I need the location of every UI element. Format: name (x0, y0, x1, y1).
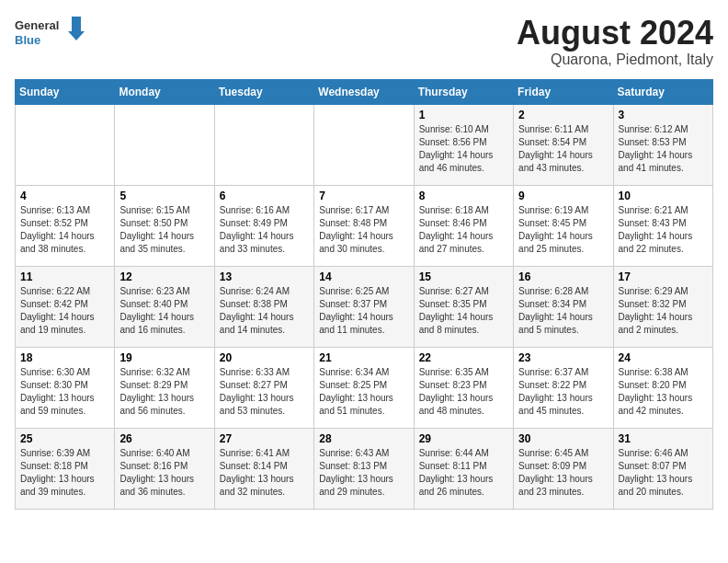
day-number: 4 (20, 190, 109, 202)
day-cell: 30Sunrise: 6:45 AM Sunset: 8:09 PM Dayli… (514, 428, 613, 509)
day-header-monday: Monday (115, 79, 214, 104)
day-info: Sunrise: 6:40 AM Sunset: 8:16 PM Dayligh… (119, 447, 209, 499)
day-cell: 18Sunrise: 6:30 AM Sunset: 8:30 PM Dayli… (16, 347, 115, 428)
day-number: 30 (518, 432, 608, 445)
week-row-4: 18Sunrise: 6:30 AM Sunset: 8:30 PM Dayli… (16, 347, 713, 428)
day-info: Sunrise: 6:15 AM Sunset: 8:50 PM Dayligh… (119, 204, 209, 256)
day-info: Sunrise: 6:27 AM Sunset: 8:35 PM Dayligh… (419, 285, 508, 337)
day-header-thursday: Thursday (414, 79, 513, 104)
day-cell (16, 104, 115, 185)
day-cell: 17Sunrise: 6:29 AM Sunset: 8:32 PM Dayli… (613, 266, 712, 347)
day-number: 23 (518, 351, 608, 364)
day-info: Sunrise: 6:18 AM Sunset: 8:46 PM Dayligh… (419, 204, 508, 256)
day-info: Sunrise: 6:35 AM Sunset: 8:23 PM Dayligh… (419, 366, 508, 418)
day-number: 8 (419, 190, 508, 202)
day-cell: 12Sunrise: 6:23 AM Sunset: 8:40 PM Dayli… (115, 266, 214, 347)
day-header-friday: Friday (514, 79, 613, 104)
day-cell: 28Sunrise: 6:43 AM Sunset: 8:13 PM Dayli… (314, 428, 414, 509)
day-number: 11 (20, 270, 109, 283)
day-cell (314, 104, 414, 185)
day-cell: 23Sunrise: 6:37 AM Sunset: 8:22 PM Dayli… (514, 347, 613, 428)
day-number: 9 (518, 190, 608, 202)
day-number: 5 (119, 190, 209, 202)
day-cell: 4Sunrise: 6:13 AM Sunset: 8:52 PM Daylig… (16, 185, 115, 266)
day-cell: 8Sunrise: 6:18 AM Sunset: 8:46 PM Daylig… (414, 185, 513, 266)
day-cell: 21Sunrise: 6:34 AM Sunset: 8:25 PM Dayli… (314, 347, 414, 428)
day-number: 29 (419, 432, 508, 445)
header: General Blue August 2024 Quarona, Piedmo… (15, 15, 713, 68)
day-number: 28 (319, 432, 408, 445)
day-number: 14 (319, 270, 408, 283)
day-info: Sunrise: 6:19 AM Sunset: 8:45 PM Dayligh… (518, 204, 608, 256)
day-info: Sunrise: 6:46 AM Sunset: 8:07 PM Dayligh… (619, 447, 708, 499)
day-info: Sunrise: 6:43 AM Sunset: 8:13 PM Dayligh… (319, 447, 408, 499)
day-info: Sunrise: 6:30 AM Sunset: 8:30 PM Dayligh… (20, 366, 109, 418)
day-cell: 20Sunrise: 6:33 AM Sunset: 8:27 PM Dayli… (214, 347, 313, 428)
day-info: Sunrise: 6:17 AM Sunset: 8:48 PM Dayligh… (319, 204, 408, 256)
day-cell: 27Sunrise: 6:41 AM Sunset: 8:14 PM Dayli… (214, 428, 313, 509)
day-info: Sunrise: 6:34 AM Sunset: 8:25 PM Dayligh… (319, 366, 408, 418)
day-header-tuesday: Tuesday (214, 79, 313, 104)
svg-text:Blue: Blue (15, 33, 40, 47)
day-info: Sunrise: 6:38 AM Sunset: 8:20 PM Dayligh… (619, 366, 708, 418)
svg-text:General: General (15, 18, 59, 32)
day-cell: 5Sunrise: 6:15 AM Sunset: 8:50 PM Daylig… (115, 185, 214, 266)
day-info: Sunrise: 6:37 AM Sunset: 8:22 PM Dayligh… (518, 366, 608, 418)
calendar-subtitle: Quarona, Piedmont, Italy (517, 52, 713, 68)
day-cell: 22Sunrise: 6:35 AM Sunset: 8:23 PM Dayli… (414, 347, 513, 428)
day-info: Sunrise: 6:11 AM Sunset: 8:54 PM Dayligh… (518, 123, 608, 175)
day-number: 24 (619, 351, 708, 364)
day-info: Sunrise: 6:39 AM Sunset: 8:18 PM Dayligh… (20, 447, 109, 499)
day-header-sunday: Sunday (16, 79, 115, 104)
day-info: Sunrise: 6:29 AM Sunset: 8:32 PM Dayligh… (619, 285, 708, 337)
logo-svg: General Blue (15, 15, 88, 52)
day-cell: 19Sunrise: 6:32 AM Sunset: 8:29 PM Dayli… (115, 347, 214, 428)
day-info: Sunrise: 6:22 AM Sunset: 8:42 PM Dayligh… (20, 285, 109, 337)
day-number: 22 (419, 351, 508, 364)
logo: General Blue (15, 15, 88, 52)
calendar-title: August 2024 (517, 15, 713, 52)
day-number: 21 (319, 351, 408, 364)
day-cell: 1Sunrise: 6:10 AM Sunset: 8:56 PM Daylig… (414, 104, 513, 185)
day-info: Sunrise: 6:16 AM Sunset: 8:49 PM Dayligh… (220, 204, 309, 256)
day-number: 31 (619, 432, 708, 445)
day-number: 17 (619, 270, 708, 283)
week-row-5: 25Sunrise: 6:39 AM Sunset: 8:18 PM Dayli… (16, 428, 713, 509)
day-info: Sunrise: 6:13 AM Sunset: 8:52 PM Dayligh… (20, 204, 109, 256)
day-number: 6 (220, 190, 309, 202)
day-number: 7 (319, 190, 408, 202)
day-number: 18 (20, 351, 109, 364)
day-cell (115, 104, 214, 185)
day-cell: 24Sunrise: 6:38 AM Sunset: 8:20 PM Dayli… (613, 347, 712, 428)
day-cell: 25Sunrise: 6:39 AM Sunset: 8:18 PM Dayli… (16, 428, 115, 509)
day-cell: 3Sunrise: 6:12 AM Sunset: 8:53 PM Daylig… (613, 104, 712, 185)
day-info: Sunrise: 6:41 AM Sunset: 8:14 PM Dayligh… (220, 447, 309, 499)
day-number: 25 (20, 432, 109, 445)
day-header-wednesday: Wednesday (314, 79, 414, 104)
week-row-3: 11Sunrise: 6:22 AM Sunset: 8:42 PM Dayli… (16, 266, 713, 347)
day-cell (214, 104, 313, 185)
day-cell: 9Sunrise: 6:19 AM Sunset: 8:45 PM Daylig… (514, 185, 613, 266)
days-header-row: SundayMondayTuesdayWednesdayThursdayFrid… (16, 79, 713, 104)
day-number: 13 (220, 270, 309, 283)
day-info: Sunrise: 6:10 AM Sunset: 8:56 PM Dayligh… (419, 123, 508, 175)
day-header-saturday: Saturday (613, 79, 712, 104)
day-number: 12 (119, 270, 209, 283)
day-cell: 26Sunrise: 6:40 AM Sunset: 8:16 PM Dayli… (115, 428, 214, 509)
day-number: 26 (119, 432, 209, 445)
day-number: 1 (419, 109, 508, 121)
day-info: Sunrise: 6:12 AM Sunset: 8:53 PM Dayligh… (619, 123, 708, 175)
day-info: Sunrise: 6:45 AM Sunset: 8:09 PM Dayligh… (518, 447, 608, 499)
day-number: 19 (119, 351, 209, 364)
day-info: Sunrise: 6:44 AM Sunset: 8:11 PM Dayligh… (419, 447, 508, 499)
week-row-2: 4Sunrise: 6:13 AM Sunset: 8:52 PM Daylig… (16, 185, 713, 266)
day-cell: 11Sunrise: 6:22 AM Sunset: 8:42 PM Dayli… (16, 266, 115, 347)
day-number: 15 (419, 270, 508, 283)
day-cell: 14Sunrise: 6:25 AM Sunset: 8:37 PM Dayli… (314, 266, 414, 347)
day-cell: 13Sunrise: 6:24 AM Sunset: 8:38 PM Dayli… (214, 266, 313, 347)
day-cell: 31Sunrise: 6:46 AM Sunset: 8:07 PM Dayli… (613, 428, 712, 509)
day-number: 20 (220, 351, 309, 364)
day-cell: 29Sunrise: 6:44 AM Sunset: 8:11 PM Dayli… (414, 428, 513, 509)
day-info: Sunrise: 6:21 AM Sunset: 8:43 PM Dayligh… (619, 204, 708, 256)
day-cell: 16Sunrise: 6:28 AM Sunset: 8:34 PM Dayli… (514, 266, 613, 347)
